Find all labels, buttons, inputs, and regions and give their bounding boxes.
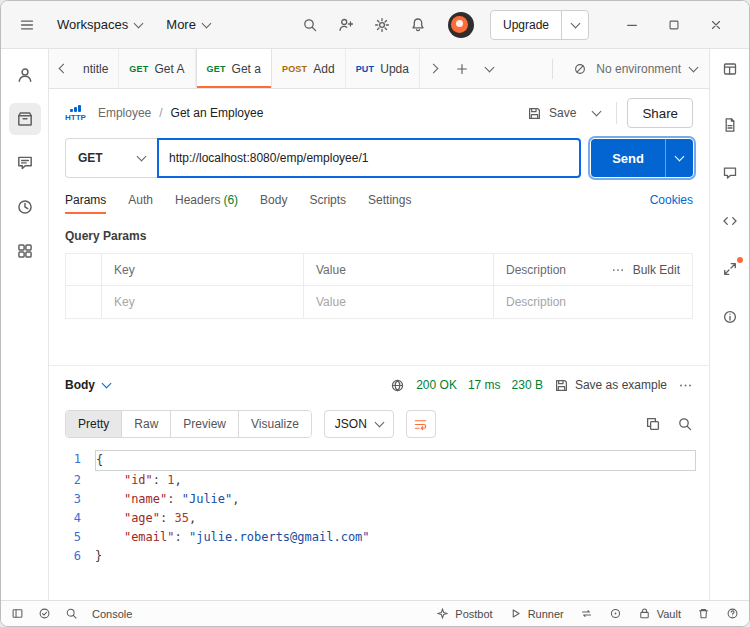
bulk-edit-button[interactable]: Bulk Edit [633, 263, 680, 277]
capture-requests-button[interactable] [580, 607, 593, 620]
comment-icon [16, 154, 34, 172]
postbot-button[interactable]: Postbot [436, 607, 492, 620]
tab-headers[interactable]: Headers (6) [175, 183, 238, 217]
code-icon [722, 213, 738, 229]
tab-params[interactable]: Params [65, 183, 106, 217]
invite-button[interactable] [332, 11, 360, 39]
view-visualize[interactable]: Visualize [239, 411, 311, 437]
workspaces-menu[interactable]: Workspaces [49, 10, 150, 40]
upgrade-options-button[interactable] [562, 11, 588, 39]
save-options-button[interactable] [586, 99, 606, 127]
agent-selector-button[interactable] [609, 607, 622, 620]
save-button[interactable]: Save [527, 106, 576, 121]
comments-button[interactable] [718, 161, 742, 185]
tab-settings[interactable]: Settings [368, 183, 411, 217]
runner-label: Runner [528, 608, 564, 620]
http-request-icon: HTTP [65, 105, 86, 122]
tab-update[interactable]: PUT Upda [346, 49, 420, 88]
more-options-icon[interactable] [611, 263, 625, 277]
format-label: JSON [335, 417, 367, 431]
row-select-cell [66, 254, 102, 285]
settings-button[interactable] [368, 11, 396, 39]
new-tab-button[interactable] [448, 49, 476, 88]
url-input[interactable] [157, 138, 581, 178]
param-value-input[interactable]: Value [304, 286, 494, 318]
console-button[interactable]: Console [92, 608, 132, 620]
save-as-example-button[interactable]: Save as example [554, 378, 667, 393]
sidebar-item-comments[interactable] [9, 147, 41, 179]
tab-scripts[interactable]: Scripts [309, 183, 346, 217]
param-key-input[interactable]: Key [102, 286, 304, 318]
scroll-tabs-right-button[interactable] [420, 49, 448, 88]
view-pretty[interactable]: Pretty [66, 411, 122, 437]
collections-icon [16, 110, 34, 128]
minimize-button[interactable] [611, 9, 653, 41]
scroll-tabs-left-button[interactable] [49, 49, 77, 88]
response-toolbar-right [645, 416, 693, 432]
close-button[interactable] [695, 9, 737, 41]
sidebar-panel-icon [11, 607, 24, 620]
trash-button[interactable] [697, 607, 710, 620]
send-button[interactable]: Send [591, 139, 665, 177]
code-content: "name": "Julie", [95, 490, 709, 509]
param-description-input[interactable]: Description [494, 286, 692, 318]
view-raw[interactable]: Raw [122, 411, 171, 437]
line-number: 4 [49, 509, 95, 528]
upgrade-button[interactable]: Upgrade [491, 11, 562, 39]
tab-body[interactable]: Body [260, 183, 287, 217]
environment-selector[interactable]: No environment [561, 49, 709, 88]
search-icon[interactable] [677, 416, 693, 432]
response-view-selector[interactable]: Body [65, 378, 110, 392]
cookies-link[interactable]: Cookies [650, 193, 693, 207]
tab-auth[interactable]: Auth [128, 183, 153, 217]
vault-button[interactable]: Vault [638, 607, 681, 620]
minimize-icon [625, 18, 639, 32]
sidebar-item-collections[interactable] [9, 103, 41, 135]
method-selector[interactable]: GET [65, 138, 157, 178]
line-number: 3 [49, 490, 95, 509]
status-bar: Console Postbot Runner Vault [1, 600, 749, 626]
response-header: Body 200 OK 17 ms 230 B Save as example [49, 366, 709, 404]
sidebar-item-apps[interactable] [9, 235, 41, 267]
expand-arrows-icon [722, 261, 738, 277]
code-content: "age": 35, [95, 509, 709, 528]
share-button[interactable]: Share [627, 98, 693, 128]
view-preview[interactable]: Preview [171, 411, 239, 437]
format-selector[interactable]: JSON [324, 410, 394, 438]
environment-quick-look[interactable] [722, 49, 738, 89]
tab-get-a[interactable]: GET Get A [119, 49, 195, 88]
sidebar-item-history[interactable] [9, 191, 41, 223]
response-body-editor[interactable]: 1 { 2 "id": 1, 3 "name": "Julie", [49, 444, 709, 600]
status-bar-left: Console [11, 607, 132, 620]
tab-untitled[interactable]: ntitle [77, 49, 119, 88]
request-tab-bar: ntitle GET Get A GET Get a POST Add PUT … [49, 49, 709, 89]
tab-get-an-employee-active[interactable]: GET Get a [196, 49, 272, 88]
breadcrumb-collection[interactable]: Employee [98, 106, 151, 120]
sidebar-item-profile[interactable] [9, 59, 41, 91]
help-button[interactable] [726, 607, 739, 620]
globe-icon[interactable] [390, 378, 405, 393]
code-content: "email": "julie.roberts@gmail.com" [95, 528, 709, 547]
more-menu[interactable]: More [158, 10, 218, 40]
copy-icon[interactable] [645, 416, 661, 432]
tab-add[interactable]: POST Add [272, 49, 346, 88]
send-options-button[interactable] [665, 139, 693, 177]
wrap-lines-button[interactable] [406, 410, 436, 438]
request-info-button[interactable] [718, 257, 742, 281]
maximize-button[interactable] [653, 9, 695, 41]
code-snippet-button[interactable] [718, 209, 742, 233]
save-icon [527, 106, 542, 121]
documentation-button[interactable] [718, 113, 742, 137]
runner-button[interactable]: Runner [509, 607, 564, 620]
notifications-button[interactable] [404, 11, 432, 39]
find-button[interactable] [65, 607, 78, 620]
connection-status-button[interactable] [38, 607, 51, 620]
tab-label: Upda [380, 62, 409, 76]
info-button[interactable] [718, 305, 742, 329]
search-button[interactable] [296, 11, 324, 39]
response-options-icon[interactable] [678, 378, 693, 393]
main-menu-button[interactable] [13, 11, 41, 39]
tab-options-button[interactable] [476, 49, 504, 88]
help-icon [726, 607, 739, 620]
toggle-sidebar-button[interactable] [11, 607, 24, 620]
